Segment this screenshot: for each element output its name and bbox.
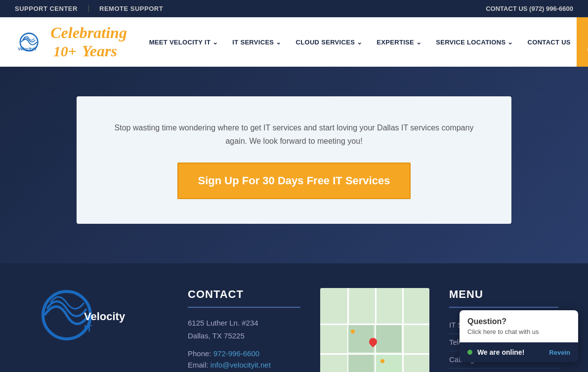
map-block <box>376 325 401 352</box>
nav-service-locations[interactable]: SERVICE LOCATIONS ⌄ <box>430 35 519 50</box>
footer-address: 6125 Luther Ln. #234 Dallas, TX 75225 <box>188 317 300 342</box>
footer-contact-divider <box>188 307 300 308</box>
top-bar-left: SUPPORT CENTER | REMOTE SUPPORT <box>15 4 163 13</box>
footer-phone-link[interactable]: 972-996-6600 <box>213 349 259 358</box>
nav-meet-velocity[interactable]: MEET VELOCITY IT ⌄ <box>143 35 224 50</box>
support-center-link[interactable]: SUPPORT CENTER <box>15 5 78 12</box>
chat-online-button[interactable]: We are online! Revein <box>460 342 578 362</box>
logo-celebrating: Celebrating <box>50 24 127 41</box>
map-marker <box>380 359 384 363</box>
navbar: VelocityIT Celebrating 10+ Years MEET VE… <box>0 17 588 67</box>
nav-cloud-services[interactable]: CLOUD SERVICES ⌄ <box>290 35 369 50</box>
footer-contact-title: CONTACT <box>188 288 300 301</box>
top-bar: SUPPORT CENTER | REMOTE SUPPORT CONTACT … <box>0 0 588 17</box>
hero-description: Stop wasting time wondering where to get… <box>106 121 482 148</box>
svg-text:VelocityIT: VelocityIT <box>18 46 37 51</box>
map-road <box>402 288 404 372</box>
chat-question-area: Question? Click here to chat with us <box>460 310 578 342</box>
book-consultation-button[interactable]: Book Your Free Consultation <box>577 17 588 67</box>
menu-item-contact: Contact Us <box>449 369 558 372</box>
hero-section: Stop wasting time wondering where to get… <box>0 67 588 263</box>
nav-links: MEET VELOCITY IT ⌄ IT SERVICES ⌄ CLOUD S… <box>143 35 577 50</box>
nav-it-services[interactable]: IT SERVICES ⌄ <box>226 35 287 50</box>
footer-email-link[interactable]: info@velocityit.net <box>210 361 271 369</box>
signup-button[interactable]: Sign Up For 30 Days Free IT Services <box>177 163 411 199</box>
logo-area: VelocityIT Celebrating 10+ Years <box>15 24 143 60</box>
chat-online-text: We are online! <box>477 348 524 356</box>
footer-map <box>320 288 429 372</box>
divider: | <box>87 4 89 13</box>
nav-expertise[interactable]: EXPERTISE ⌄ <box>371 35 427 50</box>
chat-question-title: Question? <box>467 317 570 326</box>
footer-menu-divider <box>449 307 558 308</box>
footer-email: Email: info@velocityit.net <box>188 361 300 369</box>
hero-card: Stop wasting time wondering where to get… <box>77 96 511 224</box>
chat-widget: Question? Click here to chat with us We … <box>460 310 578 362</box>
map-container <box>320 288 429 372</box>
chat-brand: Revein <box>549 349 570 356</box>
logo-years-num: 10+ <box>53 43 77 59</box>
top-bar-contact: CONTACT US (972) 996-6600 <box>486 5 573 12</box>
remote-support-link[interactable]: REMOTE SUPPORT <box>99 5 163 12</box>
map-block <box>348 355 374 372</box>
footer-contact: CONTACT 6125 Luther Ln. #234 Dallas, TX … <box>188 288 300 372</box>
online-indicator <box>467 350 472 355</box>
map-block <box>376 355 401 372</box>
footer-logo-area: Velocity IT <box>30 288 168 372</box>
footer-phone: Phone: 972-996-6600 <box>188 349 300 358</box>
chat-question-subtitle: Click here to chat with us <box>467 328 570 335</box>
chat-online-left: We are online! <box>467 348 524 356</box>
footer-logo-icon: Velocity IT <box>30 288 138 347</box>
velocity-logo-icon: VelocityIT <box>15 26 43 58</box>
map-background <box>320 288 429 372</box>
nav-contact-us[interactable]: CONTACT US <box>522 35 577 50</box>
logo-text: Celebrating 10+ Years <box>50 24 143 60</box>
footer-menu-title: MENU <box>449 288 558 301</box>
logo-years: Years <box>82 42 117 60</box>
svg-text:IT: IT <box>84 324 92 333</box>
svg-text:Velocity: Velocity <box>84 310 126 323</box>
